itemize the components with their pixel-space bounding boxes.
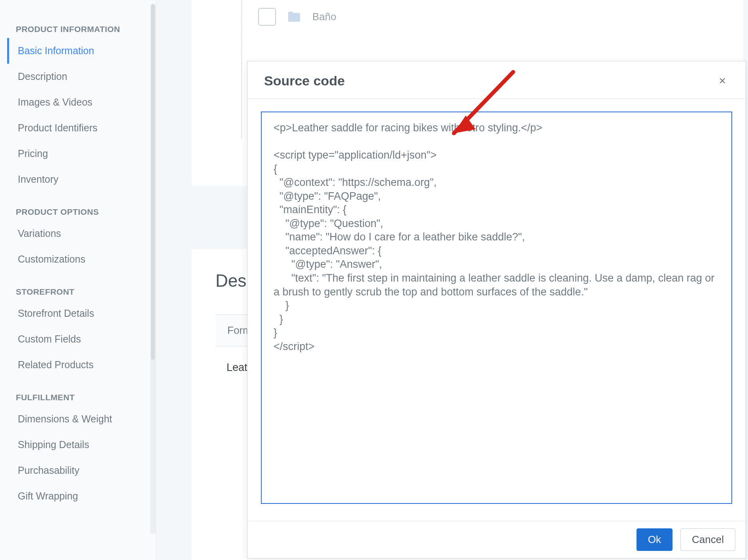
main-area: Comprar todo Baño Descri Formats Leather bbox=[156, 0, 748, 560]
sidebar-item-pricing[interactable]: Pricing bbox=[7, 141, 142, 166]
sidebar-group-title: PRODUCT OPTIONS bbox=[16, 207, 142, 217]
sidebar-item-variations[interactable]: Variations bbox=[7, 221, 142, 246]
editor-toolbar: Formats bbox=[215, 314, 720, 346]
description-card: Descri Formats Leather bbox=[192, 249, 743, 560]
category-tree-panel: Comprar todo Baño bbox=[192, 0, 743, 186]
undo-icon[interactable] bbox=[280, 324, 292, 337]
sidebar: PRODUCT INFORMATION Basic Information De… bbox=[0, 0, 156, 560]
sidebar-item-basic-information[interactable]: Basic Information bbox=[7, 38, 142, 64]
sidebar-item-dimensions-weight[interactable]: Dimensions & Weight bbox=[7, 406, 142, 432]
sidebar-item-product-identifiers[interactable]: Product Identifiers bbox=[7, 115, 142, 141]
sidebar-group-title: PRODUCT INFORMATION bbox=[16, 25, 142, 34]
sidebar-scrollbar[interactable] bbox=[150, 4, 156, 534]
sidebar-item-inventory[interactable]: Inventory bbox=[7, 166, 142, 192]
tree-item[interactable]: Baño bbox=[258, 8, 336, 26]
sidebar-group-title: STOREFRONT bbox=[16, 287, 142, 297]
sidebar-item-description[interactable]: Description bbox=[7, 64, 142, 89]
sidebar-item-gift-wrapping[interactable]: Gift Wrapping bbox=[7, 483, 142, 509]
folder-icon bbox=[287, 11, 301, 23]
sidebar-group-title: FULFILLMENT bbox=[16, 393, 142, 402]
sidebar-item-shipping-details[interactable]: Shipping Details bbox=[7, 432, 142, 458]
description-title: Descri bbox=[215, 271, 720, 291]
toolbar-formats-dropdown[interactable]: Formats bbox=[227, 324, 265, 337]
tree-connector-lines bbox=[241, 0, 243, 138]
editor-body[interactable]: Leather bbox=[215, 346, 720, 389]
checkbox-icon[interactable] bbox=[258, 8, 276, 26]
sidebar-item-customizations[interactable]: Customizations bbox=[7, 246, 142, 272]
sidebar-item-custom-fields[interactable]: Custom Fields bbox=[7, 326, 142, 352]
sidebar-item-related-products[interactable]: Related Products bbox=[7, 352, 142, 378]
sidebar-item-storefront-details[interactable]: Storefront Details bbox=[7, 301, 142, 326]
sidebar-item-images-videos[interactable]: Images & Videos bbox=[7, 89, 142, 115]
sidebar-item-purchasability[interactable]: Purchasability bbox=[7, 458, 142, 483]
redo-icon[interactable] bbox=[307, 324, 319, 337]
tree-item-label: Baño bbox=[312, 11, 336, 23]
sidebar-scrollbar-thumb[interactable] bbox=[151, 4, 155, 360]
